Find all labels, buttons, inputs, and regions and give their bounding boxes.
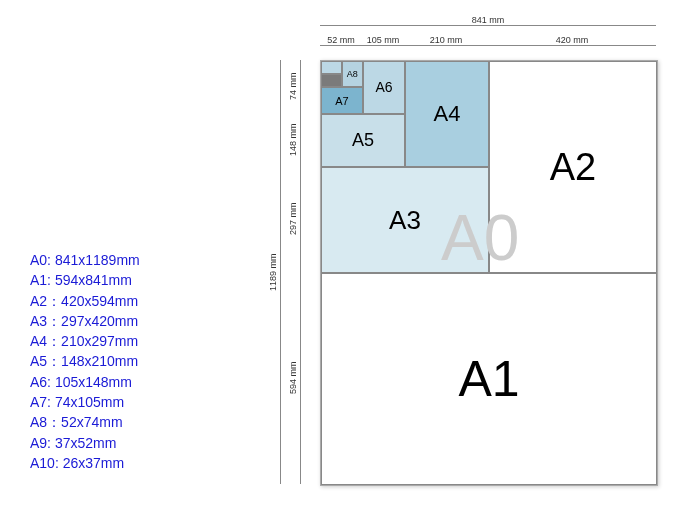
- rect-a1: A1: [321, 273, 657, 485]
- dim-line: [404, 45, 488, 46]
- dim-line: [320, 45, 362, 46]
- rect-a3: A3: [321, 167, 489, 273]
- dim-width-420: 420 mm: [488, 35, 656, 45]
- dim-line: [362, 45, 404, 46]
- rect-a8: A8: [342, 61, 363, 87]
- rect-a6: A6: [363, 61, 405, 114]
- size-row: A8：52x74mm: [30, 412, 140, 432]
- dim-height-148: 148 mm: [288, 113, 298, 166]
- paper-size-diagram: 841 mm 420 mm 210 mm 105 mm 52 mm 1189 m…: [260, 15, 680, 495]
- size-row: A7: 74x105mm: [30, 392, 140, 412]
- size-row: A6: 105x148mm: [30, 372, 140, 392]
- rect-a9: [321, 74, 342, 87]
- size-row: A9: 37x52mm: [30, 433, 140, 453]
- size-row: A5：148x210mm: [30, 351, 140, 371]
- a0-sheet-container: A1 A2 A3 A4 A5 A6 A7 A8 A0: [320, 60, 658, 486]
- dim-width-841: 841 mm: [320, 15, 656, 25]
- size-row: A2：420x594mm: [30, 291, 140, 311]
- dim-width-105: 105 mm: [362, 35, 404, 45]
- dim-line: [320, 25, 656, 26]
- dim-height-594: 594 mm: [288, 272, 298, 484]
- size-row: A0: 841x1189mm: [30, 250, 140, 270]
- rect-a10: [321, 61, 342, 74]
- size-row: A4：210x297mm: [30, 331, 140, 351]
- dim-height-297: 297 mm: [288, 166, 298, 272]
- dim-line: [300, 272, 301, 484]
- rect-a4: A4: [405, 61, 489, 167]
- size-row: A3：297x420mm: [30, 311, 140, 331]
- dim-width-210: 210 mm: [404, 35, 488, 45]
- dim-line: [300, 166, 301, 272]
- dim-line: [280, 60, 281, 484]
- rect-a5: A5: [321, 114, 405, 167]
- dim-width-52: 52 mm: [320, 35, 362, 45]
- size-row: A1: 594x841mm: [30, 270, 140, 290]
- rect-a2: A2: [489, 61, 657, 273]
- rect-a7: A7: [321, 87, 363, 113]
- dim-height-1189: 1189 mm: [268, 60, 278, 484]
- dim-line: [300, 113, 301, 166]
- paper-size-list: A0: 841x1189mm A1: 594x841mm A2：420x594m…: [30, 250, 140, 473]
- size-row: A10: 26x37mm: [30, 453, 140, 473]
- dim-line: [300, 60, 301, 113]
- dim-height-74: 74 mm: [288, 60, 298, 113]
- dim-line: [488, 45, 656, 46]
